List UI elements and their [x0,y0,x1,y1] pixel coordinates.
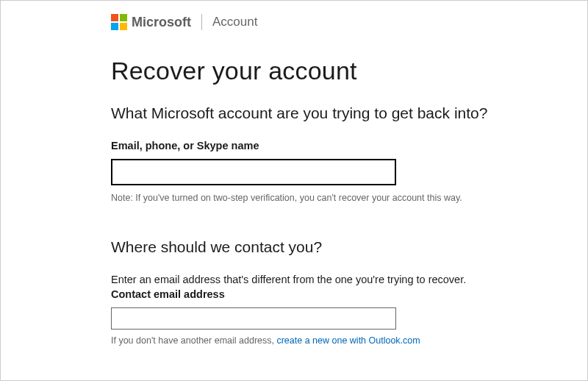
outlook-link-line: If you don't have another email address,… [111,335,543,346]
contact-instruction: Enter an email address that's different … [111,274,543,285]
outlook-link-prefix: If you don't have another email address, [111,335,276,346]
contact-field-label: Contact email address [111,288,543,300]
microsoft-logo-icon [111,14,127,30]
page-header: Microsoft Account [111,14,543,30]
header-divider [201,14,202,30]
account-field-label: Email, phone, or Skype name [111,140,543,152]
brand-name: Microsoft [132,15,191,30]
contact-heading: Where should we contact you? [111,238,543,256]
account-identifier-input[interactable] [111,159,396,185]
page-title: Recover your account [111,57,543,85]
header-section-label: Account [212,15,257,29]
contact-email-input[interactable] [111,307,396,330]
account-heading: What Microsoft account are you trying to… [111,104,543,122]
two-step-note: Note: If you've turned on two-step verif… [111,193,543,203]
create-outlook-link[interactable]: create a new one with Outlook.com [276,335,420,346]
